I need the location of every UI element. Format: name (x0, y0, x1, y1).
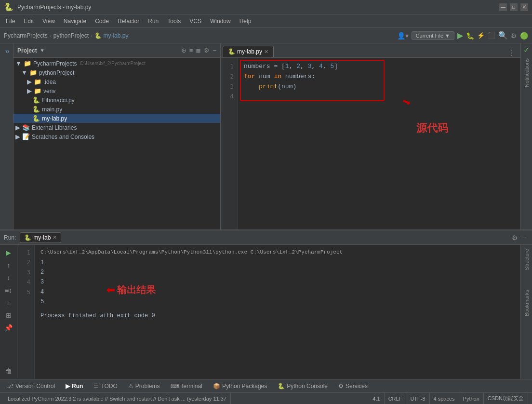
run-tab-close[interactable]: ✕ (53, 234, 57, 241)
panel-close-btn[interactable]: − (213, 47, 216, 54)
status-python[interactable]: Python (459, 393, 484, 404)
menu-view[interactable]: View (39, 16, 59, 26)
menu-window[interactable]: Window (206, 16, 235, 26)
python-text: Python (463, 396, 479, 402)
stop-button[interactable]: ⬛ (488, 32, 495, 39)
maximize-button[interactable]: □ (510, 3, 518, 11)
code-line-1: numbers = [1, 2, 3, 4, 5] (244, 62, 515, 72)
tree-label: my-lab.py (42, 115, 67, 122)
clear-output-btn[interactable]: 🗑 (2, 365, 15, 377)
tree-item-venv[interactable]: ▶ 📁 venv (13, 86, 220, 95)
status-csdn[interactable]: CSDN功能安全 (484, 393, 528, 404)
run-tab-mylab[interactable]: 🐍 my-lab ✕ (20, 232, 61, 243)
tab-todo[interactable]: ☰ TODO (89, 381, 122, 391)
panel-title-arrow[interactable]: ▼ (40, 48, 45, 53)
run-panel-settings-btn[interactable]: ⚙ (510, 234, 519, 242)
tree-item-idea[interactable]: ▶ 📁 .idea (13, 77, 220, 86)
tab-services[interactable]: ⚙ Services (333, 381, 372, 391)
status-encoding[interactable]: UTF-8 (406, 393, 429, 404)
run-line-num-5: 5 (17, 287, 30, 297)
rerun-button[interactable]: ▶ (2, 247, 15, 258)
sort-btn[interactable]: ≡↕ (2, 284, 15, 296)
project-panel-title: Project (17, 47, 37, 54)
run-output-area: 1 2 3 4 5 C:\Users\lxf_2\AppData\Local\P… (17, 245, 520, 379)
tab-python-packages[interactable]: 📦 Python Packages (208, 381, 272, 391)
tree-label: .idea (43, 79, 56, 85)
pin-btn[interactable]: 📌 (2, 322, 15, 334)
tab-options-button[interactable]: ⋮ (505, 48, 519, 57)
run-output-content[interactable]: C:\Users\lxf_2\AppData\Local\Programs\Py… (35, 245, 520, 379)
structure-label[interactable]: Structure (524, 249, 530, 270)
menu-run[interactable]: Run (144, 16, 162, 26)
status-location[interactable]: 4:1 (369, 393, 384, 404)
status-line-sep[interactable]: CRLF (385, 393, 407, 404)
expand-icon: ▶ (27, 78, 32, 85)
tab-version-control[interactable]: ⎇ Version Control (2, 381, 60, 391)
tab-label: Services (346, 383, 368, 390)
tab-terminal[interactable]: ⌨ Terminal (166, 381, 207, 391)
tab-python-console[interactable]: 🐍 Python Console (273, 381, 332, 391)
project-tree: ▼ 📁 PycharmProjects C:\Users\lxf_2\Pycha… (13, 58, 220, 229)
minimize-button[interactable]: — (499, 3, 507, 11)
python-file-icon: 🐍 (32, 96, 40, 104)
menu-file[interactable]: File (2, 16, 19, 26)
editor-tab-mylab[interactable]: 🐍 my-lab.py ✕ (223, 46, 274, 57)
dropdown-arrow-icon: ▼ (445, 33, 450, 39)
tree-label: External Libraries (32, 124, 77, 131)
tree-item-scratches[interactable]: ▶ 📝 Scratches and Consoles (13, 132, 220, 141)
breadcrumb-mylab[interactable]: 🐍 my-lab.py (94, 32, 128, 39)
menu-navigate[interactable]: Navigate (60, 16, 90, 26)
tree-item-pythonproject[interactable]: ▼ 📁 pythonProject (13, 68, 220, 77)
status-indent[interactable]: 4 spaces (430, 393, 459, 404)
update-msg-text: Localized PyCharm 2022.3.2 is available … (8, 396, 226, 402)
run-sidebar: ▶ ↑ ↓ ≡↕ ≣ ⊞ 📌 🗑 (0, 245, 17, 379)
menu-help[interactable]: Help (236, 16, 255, 26)
tree-item-pycharmprojects[interactable]: ▼ 📁 PycharmProjects C:\Users\lxf_2\Pycha… (13, 59, 220, 68)
tree-item-external-libraries[interactable]: ▶ 📚 External Libraries (13, 123, 220, 132)
git-icon[interactable]: 👤▾ (397, 32, 409, 40)
collapse-btn[interactable]: ≣ (196, 47, 201, 54)
panel-settings-btn[interactable]: ⚙ (204, 47, 210, 54)
update-icon[interactable]: 🟢 (520, 32, 528, 40)
check-mark-icon[interactable]: ✓ (523, 45, 530, 54)
bookmarks-label[interactable]: Bookmarks (524, 290, 530, 316)
tree-item-mylab[interactable]: 🐍 my-lab.py (13, 114, 220, 123)
scroll-up-btn[interactable]: ↑ (2, 259, 15, 271)
menu-edit[interactable]: Edit (20, 16, 38, 26)
scroll-down-btn[interactable]: ↓ (2, 272, 15, 283)
tree-item-fibonacci[interactable]: 🐍 Fibonacci.py (13, 95, 220, 105)
run-button[interactable]: ▶ (457, 31, 463, 40)
breadcrumb-pythonproject[interactable]: pythonProject (53, 32, 89, 39)
notifications-label[interactable]: Notifications (524, 58, 530, 87)
status-update-msg[interactable]: Localized PyCharm 2022.3.2 is available … (4, 393, 231, 404)
tab-label: TODO (101, 383, 117, 390)
code-content[interactable]: numbers = [1, 2, 3, 4, 5] for num in num… (238, 58, 520, 229)
menu-bar: File Edit View Navigate Code Refactor Ru… (0, 14, 532, 28)
menu-refactor[interactable]: Refactor (114, 16, 143, 26)
menu-vcs[interactable]: VCS (186, 16, 205, 26)
close-button[interactable]: ✕ (520, 3, 528, 11)
run-with-coverage-icon[interactable]: ⚡ (477, 32, 485, 39)
settings-button[interactable]: ⚙ (511, 32, 517, 40)
fold-btn[interactable]: ≣ (2, 297, 15, 309)
breadcrumb-pycharmprojects[interactable]: PycharmProjects (4, 32, 48, 39)
tab-problems[interactable]: ⚠ Problems (123, 381, 165, 391)
line-num-3: 3 (221, 82, 234, 92)
new-file-btn[interactable]: ⊕ (181, 47, 186, 54)
packages-icon: 📦 (213, 383, 220, 390)
search-button[interactable]: 🔍 (498, 31, 508, 40)
project-sidebar-button[interactable]: P (1, 46, 13, 57)
tab-run[interactable]: ▶ Run (61, 381, 88, 391)
menu-code[interactable]: Code (91, 16, 113, 26)
run-panel-minimize-btn[interactable]: − (521, 234, 528, 242)
debug-button[interactable]: 🐛 (466, 32, 474, 40)
menu-tools[interactable]: Tools (163, 16, 185, 26)
tab-close-button[interactable]: ✕ (264, 49, 268, 55)
filter-btn[interactable]: ⊞ (2, 310, 15, 321)
scroll-from-source-btn[interactable]: ≡ (189, 47, 193, 54)
title-bar-left: 🐍 PycharmProjects - my-lab.py (4, 2, 91, 12)
current-file-dropdown[interactable]: Current File ▼ (412, 31, 454, 40)
title-bar: 🐍 PycharmProjects - my-lab.py — □ ✕ (0, 0, 532, 14)
run-line-num-2: 2 (17, 257, 30, 267)
tree-item-main[interactable]: 🐍 main.py (13, 105, 220, 114)
